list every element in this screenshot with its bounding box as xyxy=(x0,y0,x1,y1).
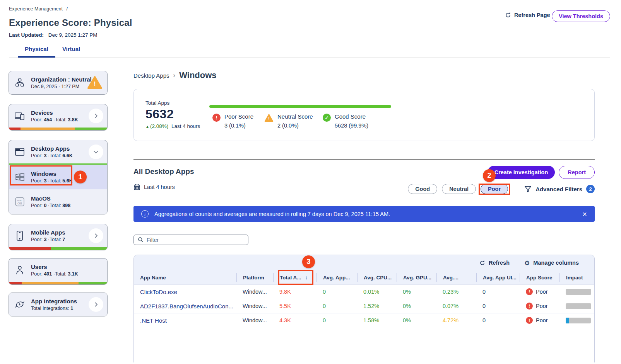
legend-value: 5628 (99.9%) xyxy=(335,122,368,129)
app-score-label: Poor xyxy=(536,303,548,309)
sidebar-item-macos[interactable]: mac OS MacOS Poor: 0 ·Total: 898 xyxy=(9,189,107,214)
sort-descending-icon[interactable]: ↓ xyxy=(305,275,308,281)
refresh-icon xyxy=(479,260,485,266)
impact-bar xyxy=(566,303,594,309)
column-header-total-apps[interactable]: Total A... ↓ 3 xyxy=(273,273,316,282)
column-header-avg-cpu[interactable]: Avg. CPU... xyxy=(357,273,397,282)
table-refresh-label: Refresh xyxy=(489,260,510,266)
total-apps-label: Total Apps xyxy=(145,100,169,106)
avg-cpu-cell: 0.01% xyxy=(357,289,397,295)
annotation-badge-1: 1 xyxy=(74,171,87,184)
app-name-link[interactable]: .NET Host xyxy=(140,317,167,324)
sidebar-item-title: App Integrations xyxy=(31,298,77,304)
avg-gpu-cell: 0% xyxy=(397,289,436,295)
manage-columns-button[interactable]: ⚙ Manage columns xyxy=(524,259,579,267)
breadcrumb-link[interactable]: Experience Management xyxy=(9,6,63,12)
column-header-app-score[interactable]: App Score xyxy=(520,273,559,282)
total-apps-cell: 5.5K xyxy=(273,303,316,309)
score-distribution-bar xyxy=(9,282,107,284)
chevron-right-icon[interactable] xyxy=(89,109,103,123)
neutral-score-icon: ! xyxy=(264,114,274,129)
total-apps-cell: 9.8K xyxy=(273,289,316,295)
refresh-page-button[interactable]: Refresh Page xyxy=(505,12,550,18)
total-apps-value: 5632 xyxy=(145,107,174,121)
neutral-score-legend: ! Neutral Score 2 (0.0%) xyxy=(264,113,313,129)
column-header-avg-app-ui[interactable]: Avg. App UI... xyxy=(476,273,520,282)
total-apps-cell: 4.3K xyxy=(273,317,316,323)
column-header-avg-gpu[interactable]: Avg. GPU... xyxy=(397,273,436,282)
column-header-platform[interactable]: Platform xyxy=(236,273,273,282)
create-investigation-button[interactable]: Create Investigation xyxy=(488,166,555,179)
trend: ▲(2.08%) Last 4 hours xyxy=(145,123,200,129)
advanced-filters-button[interactable]: Advanced Filters 2 xyxy=(524,185,595,193)
section-divider xyxy=(133,159,595,160)
manage-columns-label: Manage columns xyxy=(533,260,579,266)
tab-virtual[interactable]: Virtual xyxy=(55,46,87,58)
filter-box xyxy=(133,235,248,245)
sidebar-item-app-integrations[interactable]: App Integrations Total Integrations: 1 xyxy=(9,293,108,316)
app-score-label: Poor xyxy=(536,289,548,295)
app-score-badge: ! Poor xyxy=(526,317,559,324)
windows-icon xyxy=(14,172,26,182)
column-header-app-name[interactable]: App Name xyxy=(134,273,236,282)
tab-physical[interactable]: Physical xyxy=(18,46,55,58)
search-icon xyxy=(138,237,144,243)
sidebar-item-title: Desktop Apps xyxy=(31,145,73,152)
org-chart-icon xyxy=(14,78,26,88)
platform-cell: Window... xyxy=(236,303,273,309)
users-icon xyxy=(14,265,26,275)
close-icon[interactable]: × xyxy=(582,210,587,218)
avg-cell: 4.72% xyxy=(436,317,476,323)
app-name-link[interactable]: ClickToDo.exe xyxy=(140,289,177,295)
breadcrumb-desktop-apps[interactable]: Desktop Apps xyxy=(133,72,169,79)
apps-table: Refresh ⚙ Manage columns App Name Platfo… xyxy=(133,255,595,362)
sidebar-item-devices[interactable]: Devices Poor: 454 ·Total: 3.8K xyxy=(9,104,108,131)
good-score-progress-bar xyxy=(209,105,391,108)
sidebar-item-desktop-apps[interactable]: Desktop Apps Poor: 3 ·Total: 6.6K xyxy=(9,140,107,163)
avg-app-ui-cell: 0 xyxy=(476,289,520,295)
chevron-down-icon[interactable] xyxy=(89,145,103,159)
column-header-avg[interactable]: Avg.... xyxy=(436,273,476,282)
table-refresh-button[interactable]: Refresh xyxy=(479,260,510,266)
sidebar-item-users[interactable]: Users Poor: 401 ·Total: 3.1K xyxy=(9,258,108,285)
chevron-right-icon: › xyxy=(173,71,176,79)
devices-icon xyxy=(14,111,26,121)
table-header-row: App Name Platform Total A... ↓ 3 Avg. Ap… xyxy=(134,270,594,284)
svg-text:OS: OS xyxy=(17,202,22,205)
sidebar-item-title: MacOS xyxy=(31,195,70,202)
macos-icon: mac OS xyxy=(14,196,26,207)
poor-score-icon: ! xyxy=(526,317,533,324)
breadcrumb-separator: / xyxy=(66,6,67,12)
app-score-badge: ! Poor xyxy=(526,303,559,310)
sidebar-item-organization[interactable]: Organization : Neutral Dec 9, 2025 · 1:2… xyxy=(9,71,108,95)
warning-icon: ! xyxy=(87,76,103,90)
app-name-link[interactable]: AD2F1837.BangOlufsenAudioCon... xyxy=(140,303,233,310)
filter-pill-neutral[interactable]: Neutral xyxy=(442,184,476,194)
good-score-icon: ✓ xyxy=(323,114,331,122)
avg-gpu-cell: 0% xyxy=(397,317,436,323)
legend-value: 3 (0.1%) xyxy=(224,122,253,129)
avg-cpu-cell: 1.58% xyxy=(357,317,397,323)
filter-pill-good[interactable]: Good xyxy=(408,184,437,194)
filter-input[interactable] xyxy=(147,237,244,243)
chevron-right-icon[interactable] xyxy=(89,297,103,312)
filter-pill-poor[interactable]: Poor xyxy=(481,184,508,194)
mobile-icon xyxy=(14,230,26,241)
column-header-impact[interactable]: Impact xyxy=(559,273,594,282)
avg-cell: 0.07% xyxy=(436,303,476,309)
column-header-avg-app[interactable]: Avg. App... xyxy=(316,273,357,282)
sidebar-item-mobile-apps[interactable]: Mobile Apps Poor: 3 ·Total: 7 xyxy=(9,224,108,250)
page-header: Experience Management / Experience Score… xyxy=(0,0,621,58)
view-thresholds-button[interactable]: View Thresholds xyxy=(552,10,610,22)
chevron-right-icon[interactable] xyxy=(89,228,103,243)
info-icon: i xyxy=(141,210,149,218)
report-button[interactable]: Report xyxy=(559,166,595,179)
sidebar-item-title: Organization : Neutral xyxy=(31,76,92,83)
sidebar-item-windows[interactable]: Windows Poor: 3 ·Total: 5.6K 1 xyxy=(9,165,107,189)
breadcrumb-windows: Windows xyxy=(179,70,216,80)
platform-cell: Window... xyxy=(236,289,273,295)
avg-cell: 0.23% xyxy=(436,289,476,295)
table-row: .NET Host Window... 4.3K 0 1.58% 0% 4.72… xyxy=(134,313,594,327)
sidebar-item-title: Users xyxy=(31,264,78,270)
avg-app-cell: 0 xyxy=(316,289,357,295)
